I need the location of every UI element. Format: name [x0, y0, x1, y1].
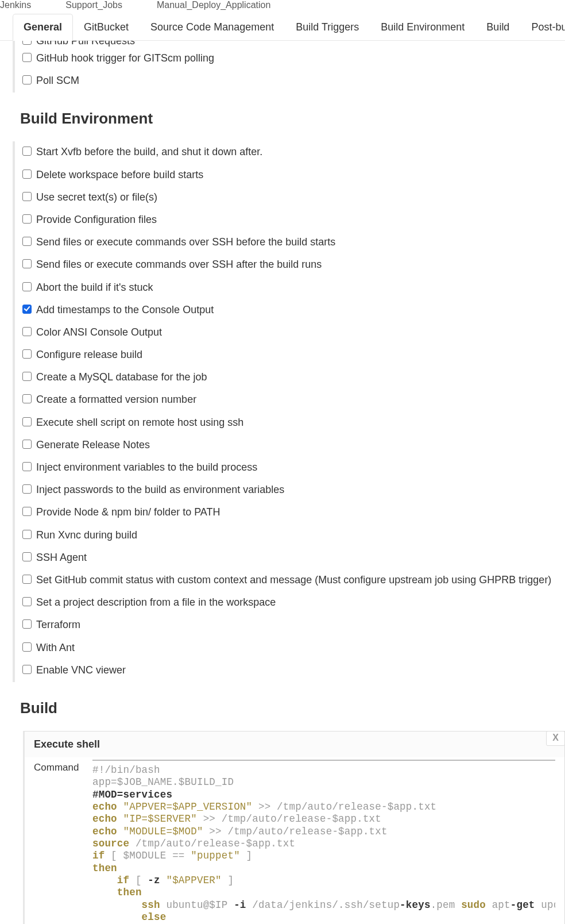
label-mysql: Create a MySQL database for the job [36, 370, 207, 384]
checkbox-github-hook[interactable] [22, 53, 32, 62]
checkbox-timestamps[interactable] [22, 305, 32, 314]
label-github-pr: GitHub Pull Requests [36, 41, 135, 48]
label-ssh-after: Send files or execute commands over SSH … [36, 257, 322, 272]
label-gh-commit: Set GitHub commit status with custom con… [36, 573, 551, 587]
checkbox-terraform[interactable] [22, 619, 32, 629]
label-secret: Use secret text(s) or file(s) [36, 190, 157, 205]
checkbox-poll-scm[interactable] [22, 75, 32, 84]
checkbox-ssh-before[interactable] [22, 237, 32, 246]
checkbox-xvnc[interactable] [22, 530, 32, 539]
label-ansi: Color ANSI Console Output [36, 325, 162, 340]
checkbox-inject-pw[interactable] [22, 484, 32, 494]
label-github-hook: GitHub hook trigger for GITScm polling [36, 51, 214, 66]
label-xvfb: Start Xvfb before the build, and shut it… [36, 145, 262, 159]
tab-build-triggers[interactable]: Build Triggers [285, 14, 370, 40]
breadcrumb-folder[interactable]: Support_Jobs [65, 0, 122, 10]
checkbox-release[interactable] [22, 349, 32, 359]
checkbox-version[interactable] [22, 394, 32, 403]
label-ant: With Ant [36, 641, 75, 655]
label-proj-desc: Set a project description from a file in… [36, 595, 276, 610]
command-textarea[interactable]: #!/bin/bash app=$JOB_NAME.$BUILD_ID #MOD… [92, 760, 555, 924]
label-terraform: Terraform [36, 618, 80, 632]
checkbox-ansi[interactable] [22, 327, 32, 336]
label-rel-notes: Generate Release Notes [36, 438, 150, 452]
checkbox-secret[interactable] [22, 192, 32, 201]
label-node-path: Provide Node & npm bin/ folder to PATH [36, 505, 220, 519]
tab-build[interactable]: Build [475, 14, 520, 40]
checkbox-ant[interactable] [22, 642, 32, 652]
checkbox-ssh-agent[interactable] [22, 552, 32, 561]
checkbox-node-path[interactable] [22, 507, 32, 516]
breadcrumb-root[interactable]: Jenkins [0, 0, 31, 10]
label-inject-env: Inject environment variables to the buil… [36, 460, 257, 475]
tab-post-build[interactable]: Post-build Actions [520, 14, 565, 40]
breadcrumb-job[interactable]: Manual_Deploy_Application [157, 0, 270, 10]
checkbox-inject-env[interactable] [22, 462, 32, 471]
label-vnc-viewer: Enable VNC viewer [36, 663, 126, 677]
label-delete-ws: Delete workspace before build starts [36, 168, 203, 182]
label-poll-scm: Poll SCM [36, 74, 79, 88]
tab-scm[interactable]: Source Code Management [140, 14, 285, 40]
build-step-execute-shell: X Execute shell Command #!/bin/bash app=… [23, 731, 565, 924]
checkbox-github-pr[interactable] [22, 41, 32, 45]
command-label: Command [34, 760, 83, 924]
shell-command-content[interactable]: #!/bin/bash app=$JOB_NAME.$BUILD_ID #MOD… [92, 764, 555, 924]
tab-build-env[interactable]: Build Environment [370, 14, 475, 40]
label-version: Create a formatted version number [36, 392, 196, 407]
checkbox-ssh-after[interactable] [22, 259, 32, 268]
checkbox-proj-desc[interactable] [22, 597, 32, 606]
tab-general[interactable]: General [13, 14, 73, 41]
label-ssh-before: Send files or execute commands over SSH … [36, 235, 335, 249]
label-xvnc: Run Xvnc during build [36, 528, 137, 542]
section-build-environment: Start Xvfb before the build, and shut it… [13, 141, 565, 682]
label-abort: Abort the build if it's stuck [36, 280, 153, 295]
checkbox-mysql[interactable] [22, 372, 32, 381]
label-inject-pw: Inject passwords to the build as environ… [36, 483, 284, 497]
checkbox-xvfb[interactable] [22, 147, 32, 156]
checkbox-gh-commit[interactable] [22, 575, 32, 584]
checkbox-vnc-viewer[interactable] [22, 665, 32, 674]
heading-build-environment: Build Environment [20, 110, 565, 128]
label-timestamps: Add timestamps to the Console Output [36, 303, 214, 317]
delete-step-button[interactable]: X [546, 731, 565, 746]
checkbox-abort[interactable] [22, 282, 32, 291]
checkbox-rel-notes[interactable] [22, 440, 32, 449]
checkbox-shell-remote[interactable] [22, 417, 32, 426]
checkbox-cfg-files[interactable] [22, 214, 32, 224]
label-release: Configure release build [36, 348, 142, 362]
build-step-title: Execute shell [25, 732, 564, 757]
config-tabs: General GitBucket Source Code Management… [0, 14, 565, 41]
tab-gitbucket[interactable]: GitBucket [73, 14, 140, 40]
checkbox-delete-ws[interactable] [22, 170, 32, 179]
breadcrumb: Jenkins Support_Jobs Manual_Deploy_Appli… [0, 0, 565, 14]
label-cfg-files: Provide Configuration files [36, 213, 157, 227]
label-ssh-agent: SSH Agent [36, 550, 87, 565]
label-shell-remote: Execute shell script on remote host usin… [36, 415, 243, 430]
heading-build: Build [20, 699, 565, 717]
section-build-triggers: GitHub Pull Requests GitHub hook trigger… [13, 41, 565, 93]
